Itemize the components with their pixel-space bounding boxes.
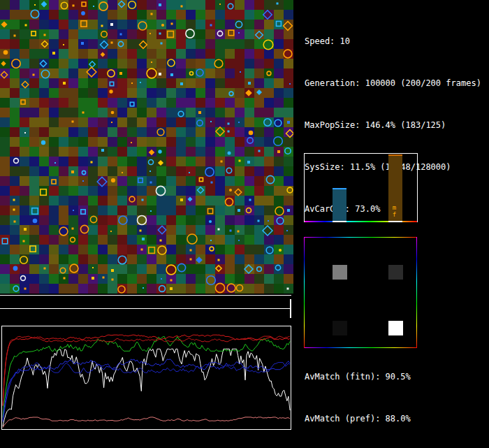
series-salmon bbox=[3, 417, 290, 428]
history-chart-panel bbox=[1, 326, 291, 430]
male-female-label: m f bbox=[388, 204, 402, 218]
series-blue-lower bbox=[3, 363, 290, 422]
heatmap-bottom-axis bbox=[304, 347, 417, 348]
right-bar-cap bbox=[388, 154, 402, 156]
left-bar bbox=[333, 188, 346, 221]
stat-avmatch-pref: AvMatch (pref): 88.0% bbox=[305, 412, 481, 426]
matrix-cell-r0c0 bbox=[333, 265, 347, 280]
simulation-window: Speed: 10 Generation: 100000 (200/200 fr… bbox=[0, 0, 489, 448]
stat-speed: Speed: 10 bbox=[305, 34, 481, 48]
series-green bbox=[3, 337, 290, 418]
hue-axis-strip bbox=[305, 221, 417, 222]
heatmap-top-axis bbox=[304, 237, 417, 238]
stat-avmatch-fitn: AvMatch (fitn): 90.5% bbox=[305, 370, 481, 384]
preference-matrix-panel bbox=[304, 237, 417, 348]
stat-maxpopsize: MaxPopSize: 146.4% (183/125) bbox=[305, 118, 481, 132]
history-chart-plot bbox=[2, 326, 291, 429]
heatmap-right-axis bbox=[416, 237, 417, 348]
timeline-track[interactable] bbox=[0, 308, 291, 309]
matrix-cell-r1c1 bbox=[388, 321, 403, 335]
population-bar-chart: m f bbox=[304, 153, 418, 222]
grid-bottom-separator bbox=[0, 295, 291, 296]
strip-gap-right-bar bbox=[388, 221, 402, 222]
stats-panel: Speed: 10 Generation: 100000 (200/200 fr… bbox=[305, 6, 481, 448]
heatmap-left-axis bbox=[304, 237, 305, 348]
matrix-cell-r0c1 bbox=[388, 265, 403, 280]
series-white-volatile bbox=[3, 349, 290, 426]
left-bar-cap bbox=[333, 188, 346, 189]
strip-gap-left-bar bbox=[333, 221, 346, 222]
timeline-handle[interactable] bbox=[290, 299, 291, 318]
matrix-cell-r1c0 bbox=[333, 321, 347, 335]
stat-generation: Generation: 100000 (200/200 frames) bbox=[305, 76, 481, 90]
world-grid[interactable] bbox=[0, 0, 293, 294]
